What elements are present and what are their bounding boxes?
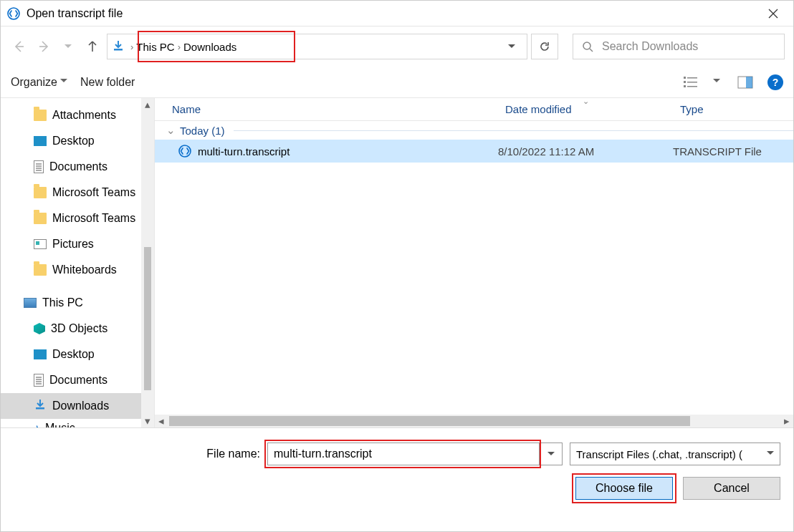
chevron-right-icon: › xyxy=(130,42,133,52)
organize-label: Organize xyxy=(11,76,57,89)
download-icon xyxy=(112,39,125,54)
navbar: › This PC › Downloads xyxy=(1,26,793,67)
nav-forward[interactable] xyxy=(34,37,54,57)
chevron-down-icon xyxy=(60,76,67,89)
svg-rect-7 xyxy=(684,85,686,87)
tree-item[interactable]: Microsoft Teams xyxy=(1,180,154,205)
scroll-thumb[interactable] xyxy=(169,416,690,426)
nav-back[interactable] xyxy=(9,37,29,57)
cancel-button[interactable]: Cancel xyxy=(683,477,780,500)
search-icon xyxy=(582,41,593,52)
chevron-down-icon xyxy=(767,448,774,460)
preview-pane-icon xyxy=(737,76,753,89)
svg-rect-5 xyxy=(684,81,686,83)
group-header[interactable]: ⌄ Today (1) xyxy=(155,121,793,140)
window-title: Open transcript file xyxy=(27,7,759,20)
filter-label: Transcript Files (.chat, .transcript) ( xyxy=(576,448,742,460)
column-type[interactable]: Type xyxy=(673,98,793,120)
preview-pane-button[interactable] xyxy=(736,73,755,92)
tree-item-label: Attachments xyxy=(52,109,116,122)
tree-item[interactable]: Microsoft Teams xyxy=(1,205,154,231)
tree-item-label: 3D Objects xyxy=(51,322,107,335)
tree-item[interactable]: Whiteboards xyxy=(1,257,154,283)
column-date[interactable]: ⌄ Date modified xyxy=(498,98,673,120)
breadcrumb[interactable]: This PC xyxy=(136,41,174,53)
picture-icon xyxy=(34,239,47,249)
folder-icon xyxy=(34,264,47,276)
filename-label: File name: xyxy=(206,448,260,460)
file-filter-select[interactable]: Transcript Files (.chat, .transcript) ( xyxy=(570,442,780,465)
view-mode-dropdown[interactable] xyxy=(713,76,723,88)
scroll-down-icon[interactable]: ▾ xyxy=(141,415,154,427)
column-headers: Name ⌄ Date modified Type xyxy=(155,98,793,121)
tree-item[interactable]: ♪Music xyxy=(1,419,154,427)
close-button[interactable] xyxy=(759,1,788,26)
tree-item[interactable]: Desktop xyxy=(1,342,154,367)
nav-up[interactable] xyxy=(82,37,102,57)
nav-recent-dropdown[interactable] xyxy=(58,37,78,57)
tree-item[interactable]: Desktop xyxy=(1,128,154,154)
view-mode-button[interactable] xyxy=(681,73,700,92)
navigation-tree: AttachmentsDesktopDocumentsMicrosoft Tea… xyxy=(1,98,155,427)
address-dropdown[interactable] xyxy=(501,42,522,52)
document-icon xyxy=(34,160,44,173)
desktop-icon xyxy=(34,136,47,146)
folder-icon xyxy=(34,187,47,198)
folder-icon xyxy=(34,213,47,224)
refresh-button[interactable] xyxy=(531,34,558,59)
tree-item-label: Documents xyxy=(49,374,107,387)
new-folder-label: New folder xyxy=(80,76,135,89)
new-folder-button[interactable]: New folder xyxy=(80,76,135,89)
scroll-up-icon[interactable]: ▴ xyxy=(141,98,154,111)
breadcrumb[interactable]: Downloads xyxy=(183,41,236,53)
titlebar: Open transcript file xyxy=(1,1,793,26)
chevron-down-icon: ⌄ xyxy=(166,124,176,137)
choose-file-button[interactable]: Choose file xyxy=(575,477,673,500)
scroll-thumb[interactable] xyxy=(144,247,151,390)
chevron-right-icon: › xyxy=(178,42,181,52)
arrow-left-icon xyxy=(12,39,27,54)
tree-item[interactable]: Documents xyxy=(1,367,154,393)
scroll-right-icon[interactable]: ▸ xyxy=(780,415,793,427)
tree-item[interactable]: 3D Objects xyxy=(1,316,154,342)
tree-item-label: Pictures xyxy=(52,238,94,251)
tree-item[interactable]: Attachments xyxy=(1,102,154,128)
svg-rect-6 xyxy=(687,82,697,83)
horizontal-scrollbar[interactable]: ◂ ▸ xyxy=(155,415,793,427)
organize-button[interactable]: Organize xyxy=(11,76,67,89)
file-list: Name ⌄ Date modified Type ⌄ Today (1) mu… xyxy=(155,98,793,427)
tree-item-label: Microsoft Teams xyxy=(52,186,135,199)
refresh-icon xyxy=(539,41,550,52)
content-area: AttachmentsDesktopDocumentsMicrosoft Tea… xyxy=(1,98,793,427)
tree-item-label: This PC xyxy=(42,296,83,309)
help-button[interactable]: ? xyxy=(767,74,783,90)
document-icon xyxy=(34,374,44,387)
pc-icon xyxy=(24,298,37,308)
transcript-file-icon xyxy=(178,144,192,158)
tree-item[interactable]: Downloads xyxy=(1,393,154,419)
footer: File name: Transcript Files (.chat, .tra… xyxy=(1,427,793,510)
group-label: Today (1) xyxy=(180,125,225,137)
tree-item[interactable]: Documents xyxy=(1,154,154,180)
desktop-icon xyxy=(34,349,47,359)
file-row[interactable]: multi-turn.transcript 8/10/2022 11:12 AM… xyxy=(155,140,793,163)
tree-item-label: Whiteboards xyxy=(52,263,117,276)
tree-item[interactable]: This PC xyxy=(1,290,154,316)
filename-dropdown[interactable] xyxy=(540,442,563,465)
scroll-left-icon[interactable]: ◂ xyxy=(155,415,168,427)
cube-icon xyxy=(34,323,45,334)
filename-input[interactable] xyxy=(267,442,540,465)
tree-scrollbar[interactable]: ▴ ▾ xyxy=(141,98,154,427)
tree-item[interactable]: Pictures xyxy=(1,231,154,257)
svg-point-2 xyxy=(583,42,590,49)
svg-rect-10 xyxy=(746,77,752,88)
arrow-up-icon xyxy=(85,39,100,54)
column-name[interactable]: Name xyxy=(155,98,498,120)
sort-indicator-icon: ⌄ xyxy=(583,98,589,106)
address-bar[interactable]: › This PC › Downloads xyxy=(107,34,527,59)
toolbar: Organize New folder ? xyxy=(1,67,793,98)
music-icon: ♪ xyxy=(34,422,39,427)
search-box[interactable] xyxy=(573,34,785,59)
search-input[interactable] xyxy=(601,39,775,54)
svg-rect-1 xyxy=(114,49,123,51)
